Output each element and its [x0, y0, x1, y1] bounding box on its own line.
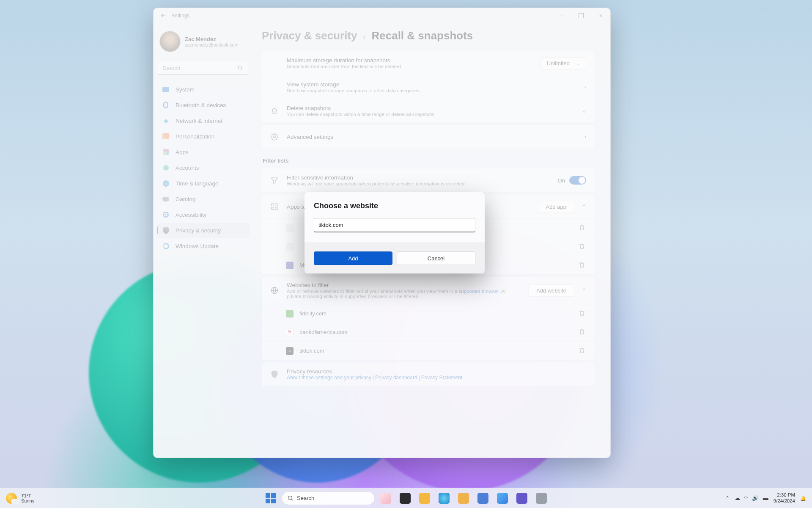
- window-close-button[interactable]: ✕: [591, 8, 610, 23]
- dialog-title: Choose a website: [314, 202, 475, 210]
- gear-icon: [270, 132, 279, 141]
- wifi-icon[interactable]: ⌔: [744, 495, 748, 501]
- tray-chevron-icon[interactable]: ⌃: [725, 495, 730, 501]
- windows-update-icon: [163, 243, 169, 249]
- gaming-icon: [162, 197, 169, 202]
- add-website-button[interactable]: Add website: [528, 284, 574, 297]
- start-button[interactable]: [262, 490, 279, 507]
- system-tray[interactable]: ☁ ⌔ 🔊 ▬: [735, 495, 768, 501]
- weather-icon: [6, 493, 17, 504]
- search-input[interactable]: [158, 61, 247, 75]
- personalization-icon: [162, 133, 169, 139]
- delete-button[interactable]: [579, 243, 586, 251]
- nav-accessibility[interactable]: Accessibility: [157, 207, 250, 222]
- sensitive-info-toggle[interactable]: [569, 176, 586, 185]
- site-row-tiktok: ♪ tiktok.com: [262, 341, 594, 360]
- nav-privacy-security[interactable]: Privacy & security: [157, 223, 250, 238]
- nav-time-language[interactable]: Time & language: [157, 176, 250, 191]
- taskbar-settings[interactable]: [533, 490, 550, 507]
- privacy-statement-link[interactable]: Privacy Statement: [421, 375, 462, 381]
- delete-button[interactable]: [579, 329, 586, 336]
- title-bar[interactable]: Settings ✕: [154, 8, 610, 23]
- taskbar-search[interactable]: Search: [282, 491, 375, 505]
- row-websites-to-filter[interactable]: Websites to filter Add or remove website…: [262, 277, 594, 304]
- trash-icon: [270, 106, 279, 116]
- nav-personalization[interactable]: Personalization: [157, 129, 250, 144]
- row-privacy-resources: Privacy resources About these settings a…: [262, 362, 594, 386]
- add-app-button[interactable]: Add app: [538, 201, 574, 213]
- bluetooth-icon: [163, 102, 168, 108]
- delete-button[interactable]: [579, 347, 586, 355]
- about-settings-link[interactable]: About these settings and your privacy: [287, 375, 371, 381]
- profile-block[interactable]: Zac Mendez zacmendez@outlook.com: [157, 27, 250, 55]
- avatar: [159, 31, 181, 52]
- cancel-button[interactable]: Cancel: [397, 251, 475, 265]
- system-icon: [162, 87, 169, 92]
- accessibility-icon: [163, 212, 169, 218]
- nav-system[interactable]: System: [157, 82, 250, 97]
- profile-email: zacmendez@outlook.com: [185, 42, 239, 47]
- add-button[interactable]: Add: [314, 251, 392, 265]
- nav-network[interactable]: ◆Network & internet: [157, 113, 250, 128]
- nav-gaming[interactable]: Gaming: [157, 191, 250, 207]
- max-storage-select[interactable]: Unlimited ⌄: [540, 57, 586, 69]
- row-filter-sensitive: Filter sensitive information Windows wil…: [262, 168, 594, 192]
- back-button[interactable]: [158, 10, 169, 21]
- nav-windows-update[interactable]: Windows Update: [157, 238, 250, 254]
- taskbar-copilot[interactable]: [494, 490, 511, 507]
- choose-website-dialog: Choose a website Add Cancel: [304, 192, 485, 273]
- sidebar-search[interactable]: [158, 61, 247, 75]
- privacy-dashboard-link[interactable]: Privacy dashboard: [375, 375, 417, 381]
- supported-browser-link[interactable]: supported browser: [459, 289, 499, 294]
- taskbar-teams[interactable]: [513, 490, 530, 507]
- accounts-icon: [163, 165, 169, 171]
- window-minimize-button[interactable]: [552, 8, 571, 23]
- taskbar-explorer[interactable]: [416, 490, 433, 507]
- profile-name: Zac Mendez: [185, 36, 239, 42]
- taskbar-clock[interactable]: 2:30 PM 9/24/2024: [774, 492, 795, 504]
- chevron-right-icon: ›: [584, 84, 586, 90]
- delete-button[interactable]: [579, 262, 586, 269]
- chevron-up-icon: ⌃: [582, 287, 586, 293]
- row-view-storage[interactable]: View system storage See how snapshot sto…: [262, 75, 594, 99]
- breadcrumb-chevron-icon: ›: [363, 33, 365, 41]
- delete-button[interactable]: [579, 224, 586, 232]
- chevron-up-icon: ⌃: [582, 204, 586, 210]
- taskbar-taskview[interactable]: [397, 490, 414, 507]
- search-icon: [287, 495, 294, 501]
- taskbar-edge[interactable]: [436, 490, 453, 507]
- taskbar-mail[interactable]: [475, 490, 491, 507]
- taskbar-store[interactable]: [455, 490, 472, 507]
- nav-apps[interactable]: Apps: [157, 144, 250, 160]
- volume-icon[interactable]: 🔊: [752, 495, 759, 501]
- fidelity-icon: [286, 310, 294, 318]
- breadcrumb-parent[interactable]: Privacy & security: [262, 29, 357, 42]
- privacy-links: About these settings and your privacy|Pr…: [287, 375, 586, 381]
- app-title: Settings: [171, 13, 189, 19]
- nav: System Bluetooth & devices ◆Network & in…: [157, 82, 250, 254]
- chevron-down-icon: ⌄: [576, 61, 580, 66]
- svg-rect-4: [272, 207, 274, 210]
- window-maximize-button[interactable]: [571, 8, 591, 23]
- breadcrumb: Privacy & security › Recall & snapshots: [262, 29, 594, 42]
- battery-icon[interactable]: ▬: [763, 495, 768, 501]
- row-advanced-settings[interactable]: Advanced settings ›: [262, 125, 594, 149]
- row-delete-snapshots[interactable]: Delete snapshots You can delete snapshot…: [262, 99, 594, 122]
- nav-bluetooth[interactable]: Bluetooth & devices: [157, 97, 250, 113]
- nav-accounts[interactable]: Accounts: [157, 160, 250, 175]
- onedrive-icon[interactable]: ☁: [735, 495, 740, 501]
- website-input[interactable]: [314, 218, 475, 232]
- taskbar-widgets[interactable]: [377, 490, 394, 507]
- network-icon: ◆: [162, 117, 170, 124]
- taskbar: 71°F Sunny Search ⌃ ☁ ⌔ 🔊 ▬ 2:30 PM 9/24…: [0, 488, 812, 508]
- delete-button[interactable]: [579, 310, 586, 318]
- svg-rect-5: [275, 207, 277, 210]
- search-icon: [237, 65, 243, 71]
- sidebar: Zac Mendez zacmendez@outlook.com System …: [154, 23, 252, 458]
- notifications-icon[interactable]: 🔔: [800, 495, 806, 501]
- apps-icon: [163, 149, 169, 155]
- page-title: Recall & snapshots: [371, 29, 473, 42]
- site-row-fidelity: fidelity.com: [262, 304, 594, 323]
- row-max-storage[interactable]: Maximum storage duration for snapshots S…: [262, 51, 594, 75]
- taskbar-weather[interactable]: 71°F Sunny: [0, 493, 34, 504]
